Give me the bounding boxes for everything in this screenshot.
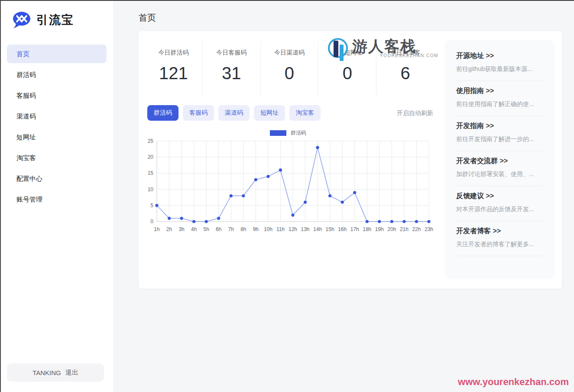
stat-channel-codes-today: 今日渠道码 0 — [260, 41, 318, 96]
info-link-dev-group[interactable]: 开发者交流群 >> 加群讨论部署安装、使用、... — [456, 151, 543, 186]
svg-text:19h: 19h — [375, 226, 384, 232]
chart-legend: 群活码 — [143, 129, 433, 137]
stat-group-codes-today: 今日群活码 121 — [145, 41, 202, 96]
stats-row: 今日群活码 121 今日客服码 31 今日渠道码 0 今日短网址 0 今日淘宝客… — [145, 41, 434, 96]
svg-text:11h: 11h — [276, 226, 285, 232]
svg-text:25: 25 — [148, 138, 154, 144]
info-desc: 前往开发指南了解进一步的... — [456, 135, 543, 143]
svg-text:1h: 1h — [154, 226, 159, 232]
info-link-dev-blog[interactable]: 开发者博客 >> 关注开发者的博客了解更多... — [456, 221, 543, 256]
sidebar: 引流宝 首页 群活码 客服码 渠道码 短网址 淘宝客 配置中心 账号管理 TAN… — [0, 0, 114, 392]
svg-text:22h: 22h — [412, 226, 421, 232]
logout-username: TANKING — [32, 369, 61, 376]
stat-value: 0 — [261, 64, 318, 83]
activity-line-chart: 05101520251h2h3h4h5h6h7h8h9h10h11h12h13h… — [143, 138, 433, 235]
stat-value: 6 — [376, 64, 434, 83]
legend-label: 群活码 — [291, 129, 306, 137]
stat-value: 31 — [203, 64, 260, 83]
info-desc: 前往github获取最新版本源... — [456, 65, 543, 73]
main-content: 首页 今日群活码 121 今日客服码 31 今日渠道码 0 今日短网址 0 今日… — [114, 0, 574, 392]
sidebar-item-group-code[interactable]: 群活码 — [7, 65, 107, 84]
chat-bubble-xx-icon — [12, 11, 31, 29]
info-title: 使用指南 >> — [456, 87, 543, 96]
info-title: 开发者交流群 >> — [456, 157, 543, 166]
sidebar-item-short-url[interactable]: 短网址 — [7, 128, 107, 146]
sidebar-nav: 首页 群活码 客服码 渠道码 短网址 淘宝客 配置中心 账号管理 — [7, 45, 107, 211]
page-title: 首页 — [139, 12, 156, 24]
svg-text:14h: 14h — [313, 226, 322, 232]
svg-text:15h: 15h — [326, 226, 334, 232]
sidebar-item-account-manage[interactable]: 账号管理 — [7, 190, 107, 209]
stat-value: 0 — [318, 64, 376, 83]
svg-text:3h: 3h — [178, 226, 184, 232]
info-title: 开发指南 >> — [456, 122, 543, 131]
svg-text:20h: 20h — [387, 226, 396, 232]
svg-text:8h: 8h — [240, 226, 246, 232]
stat-label: 今日渠道码 — [261, 49, 318, 57]
stat-label: 今日短网址 — [318, 49, 376, 57]
chart-tabs: 群活码 客服码 渠道码 短网址 淘宝客 — [147, 105, 321, 121]
sidebar-item-config-center[interactable]: 配置中心 — [7, 169, 107, 188]
info-title: 开源地址 >> — [456, 51, 543, 61]
info-link-dev-guide[interactable]: 开发指南 >> 前往开发指南了解进一步的... — [456, 116, 543, 151]
tab-channel-code[interactable]: 渠道码 — [218, 105, 250, 121]
svg-text:2h: 2h — [166, 226, 172, 232]
svg-text:13h: 13h — [301, 226, 310, 232]
tab-group-code[interactable]: 群活码 — [147, 105, 178, 121]
svg-text:10: 10 — [148, 186, 154, 193]
svg-text:5h: 5h — [204, 226, 209, 232]
svg-text:12h: 12h — [289, 226, 297, 232]
dashboard-card: 今日群活码 121 今日客服码 31 今日渠道码 0 今日短网址 0 今日淘宝客… — [139, 31, 562, 289]
sidebar-item-taobao-ke[interactable]: 淘宝客 — [7, 148, 107, 167]
info-panel: 开源地址 >> 前往github获取最新版本源... 使用指南 >> 前往使用指… — [445, 40, 555, 279]
stat-label: 今日淘宝客 — [376, 49, 434, 57]
info-desc: 加群讨论部署安装、使用、... — [456, 170, 543, 178]
stat-value: 121 — [145, 64, 202, 83]
sidebar-item-home[interactable]: 首页 — [7, 45, 107, 63]
info-title: 反馈建议 >> — [456, 192, 543, 201]
svg-text:15: 15 — [148, 170, 154, 176]
info-desc: 对本开源作品的反馈及开发... — [456, 206, 543, 213]
logout-button[interactable]: TANKING 退出 — [7, 363, 104, 382]
sidebar-item-service-code[interactable]: 客服码 — [7, 86, 107, 105]
app-logo: 引流宝 — [12, 11, 74, 29]
tab-service-code[interactable]: 客服码 — [183, 105, 214, 121]
svg-text:16h: 16h — [338, 226, 347, 232]
svg-text:6h: 6h — [216, 226, 221, 232]
stat-service-codes-today: 今日客服码 31 — [202, 41, 260, 96]
svg-text:7h: 7h — [228, 226, 234, 232]
svg-text:17h: 17h — [350, 226, 359, 232]
sidebar-item-channel-code[interactable]: 渠道码 — [7, 107, 107, 125]
svg-text:9h: 9h — [253, 226, 259, 232]
svg-text:21h: 21h — [400, 226, 409, 232]
stat-label: 今日群活码 — [145, 49, 202, 57]
stat-label: 今日客服码 — [203, 49, 260, 57]
info-desc: 关注开发者的博客了解更多... — [456, 241, 543, 248]
info-link-opensource[interactable]: 开源地址 >> 前往github获取最新版本源... — [456, 46, 543, 81]
info-desc: 前往使用指南了解正确的使... — [456, 100, 543, 108]
tab-short-url[interactable]: 短网址 — [254, 105, 285, 121]
info-link-user-guide[interactable]: 使用指南 >> 前往使用指南了解正确的使... — [456, 81, 543, 116]
svg-text:5: 5 — [150, 202, 153, 209]
info-title: 开发者博客 >> — [456, 227, 543, 236]
svg-text:10h: 10h — [264, 226, 272, 232]
logout-label: 退出 — [65, 369, 78, 377]
app-name: 引流宝 — [36, 12, 74, 28]
info-link-feedback[interactable]: 反馈建议 >> 对本开源作品的反馈及开发... — [456, 186, 543, 221]
svg-text:20: 20 — [148, 154, 154, 160]
svg-text:4h: 4h — [191, 226, 197, 232]
stat-short-urls-today: 今日短网址 0 — [318, 41, 376, 96]
tab-taobao-ke[interactable]: 淘宝客 — [289, 105, 321, 121]
svg-text:23h: 23h — [425, 226, 433, 232]
svg-text:0: 0 — [150, 218, 153, 225]
legend-swatch — [270, 130, 286, 136]
auto-refresh-toggle[interactable]: 开启自动刷新 — [397, 109, 433, 117]
stat-taobao-ke-today: 今日淘宝客 6 — [376, 41, 434, 96]
svg-text:18h: 18h — [363, 226, 371, 232]
